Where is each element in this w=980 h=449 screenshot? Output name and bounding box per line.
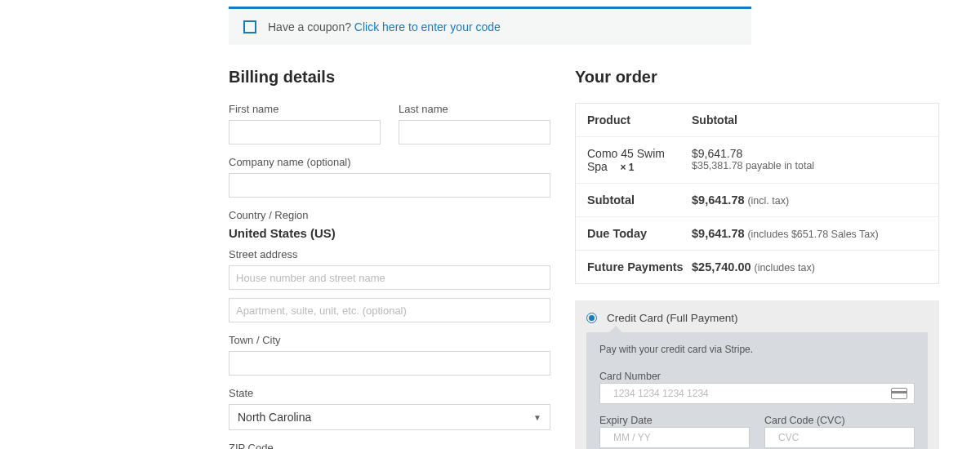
order-future-label: Future Payments [587,260,692,273]
order-subtotal-note: (incl. tax) [747,195,789,207]
order-item-qty: × 1 [620,162,634,173]
order-due-value: $9,641.78 [692,227,745,240]
state-value: North Carolina [238,411,311,424]
card-number-input[interactable] [607,384,891,403]
street-label: Street address [229,248,550,260]
radio-selected-icon [586,313,597,323]
billing-heading: Billing details [229,68,550,87]
country-value: United States (US) [229,226,550,240]
card-number-label: Card Number [599,371,661,382]
order-future-value: $25,740.00 [692,260,751,273]
order-table: Product Subtotal Como 45 Swim Spa × 1 $9… [575,103,939,284]
company-label: Company name (optional) [229,156,550,168]
payment-section: Credit Card (Full Payment) Pay with your… [575,300,939,449]
expiry-input[interactable] [607,428,742,447]
order-item-total-note: $35,381.78 payable in total [692,160,927,171]
zip-label: ZIP Code [229,442,550,449]
coupon-prompt: Have a coupon? [268,20,351,33]
country-label: Country / Region [229,209,550,221]
last-name-label: Last name [399,103,550,115]
order-header-subtotal: Subtotal [692,113,927,127]
cvc-input[interactable] [772,428,907,447]
city-input[interactable] [229,351,550,376]
street-input[interactable] [229,265,550,290]
coupon-text: Have a coupon? Click here to enter your … [268,20,501,33]
company-input[interactable] [229,173,550,198]
cvc-label: Card Code (CVC) [764,415,845,426]
order-due-label: Due Today [587,227,692,240]
order-future-note: (includes tax) [754,262,814,273]
first-name-input[interactable] [229,120,381,144]
order-heading: Your order [575,68,939,87]
coupon-icon [243,20,256,33]
payment-note: Pay with your credit card via Stripe. [599,344,915,355]
order-header-product: Product [587,113,692,127]
order-subtotal-value: $9,641.78 [692,193,745,207]
coupon-link[interactable]: Click here to enter your code [354,20,501,33]
chevron-down-icon: ▼ [533,413,541,422]
first-name-label: First name [229,103,381,115]
city-label: Town / City [229,334,550,346]
order-due-note: (includes $651.78 Sales Tax) [747,229,878,240]
payment-method-label: Credit Card (Full Payment) [607,312,738,324]
credit-card-icon [891,388,907,399]
order-item-price: $9,641.78 [692,147,927,160]
expiry-label: Expiry Date [599,415,653,426]
state-label: State [229,387,550,399]
last-name-input[interactable] [399,120,550,144]
coupon-banner: Have a coupon? Click here to enter your … [229,9,751,45]
street2-input[interactable] [229,298,550,322]
order-subtotal-label: Subtotal [587,193,692,207]
payment-method-radio[interactable]: Credit Card (Full Payment) [586,312,928,324]
state-select[interactable]: North Carolina ▼ [229,404,550,430]
